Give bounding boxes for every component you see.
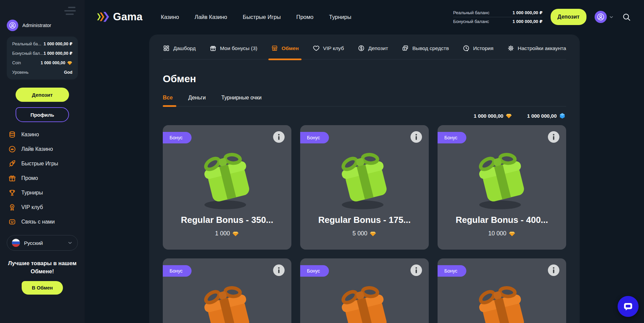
blue-points-balance: 1 000 000,00 [527,113,565,119]
sidebar-item-contact-us[interactable]: Связь с нами [7,216,78,228]
bonus-card[interactable]: Бонус [300,258,429,323]
tab-withdraw[interactable]: $ Вывод средств [402,45,449,52]
bonus-balance-value: 1 000 000,00 ₽ [44,51,72,56]
sidebar-deposit-button[interactable]: Депозит [16,88,69,102]
tab-deposit[interactable]: Депозит [358,45,388,52]
search-icon [622,13,631,22]
search-button[interactable] [622,13,631,22]
nav-live-casino[interactable]: Лайв Казино [195,14,227,20]
tab-label: Вывод средств [412,45,449,51]
sidebar-item-tournaments[interactable]: Турниры [7,187,78,199]
chevron-down-icon [609,15,614,20]
language-selector[interactable]: Русский [7,235,78,251]
tab-label: Мои бонусы (3) [220,45,257,51]
user-name: Administrator [22,23,51,28]
nav-fast-games[interactable]: Быстрые Игры [243,14,281,20]
bonus-card[interactable]: Бонус [163,258,291,323]
tab-vip-club[interactable]: VIP клуб [313,45,344,52]
bonus-card[interactable]: Бонус [300,125,429,250]
sidebar-profile-button[interactable]: Профиль [16,107,69,122]
bonus-cards-row-1: Бонус [163,125,566,250]
nav-tournaments[interactable]: Турниры [329,14,351,20]
to-exchange-button[interactable]: В Обмен [22,281,63,295]
level-label: Уровень [12,70,28,75]
heart-icon [313,45,320,52]
dashboard-grid-icon [163,45,170,52]
info-icon [410,131,422,143]
bonus-card-price: 5 000 [353,230,377,237]
tab-exchange[interactable]: Обмен [271,45,299,52]
exchange-filters: Все Деньги Турнирные очки [163,95,566,107]
filter-all[interactable]: Все [163,95,173,106]
tab-history[interactable]: История [463,45,493,52]
green-gift-image [193,143,262,213]
sidebar-collapse-button[interactable] [64,5,76,17]
user-profile-row[interactable]: Administrator [7,20,78,31]
filter-money[interactable]: Деньги [188,95,206,106]
sidebar-item-label: Промо [21,175,38,181]
real-balance-label: Реальный баланс [453,10,489,15]
banknotes-icon: $ [402,45,409,52]
real-balance-label: Реальный ба... [12,42,41,46]
sidebar: Administrator Реальный ба... 1 000 000,0… [0,0,85,323]
bonus-card[interactable]: Бонус [438,258,566,323]
tab-label: Обмен [282,45,299,51]
gift-icon [209,45,217,52]
balance-summary-card: Реальный ба... 1 000 000,00 ₽ Бонусный б… [7,37,78,79]
topbar-deposit-button[interactable]: Депозит [551,9,586,25]
gift-icon [8,174,16,182]
info-button[interactable] [548,131,559,143]
award-icon [8,203,16,211]
language-label: Русский [24,240,43,246]
sidebar-item-vip-club[interactable]: VIP клуб [7,202,78,213]
sidebar-item-casino[interactable]: Казино [7,129,78,140]
sidebar-item-fast-games[interactable]: Быстрые Игры [7,158,78,169]
sidebar-item-live-casino[interactable]: Лайв Казино [7,143,78,155]
info-button[interactable] [273,264,285,276]
real-balance-value: 1 000 000,00 ₽ [512,10,542,15]
topbar: Gama Казино Лайв Казино Быстрые Игры Про… [85,0,644,34]
sidebar-item-label: Связь с нами [21,219,55,225]
gama-logo[interactable]: Gama [96,11,142,23]
svg-text:$: $ [404,48,405,50]
account-tabs: Дашборд Мои бонусы (3) [163,45,566,60]
sidebar-item-label: Казино [21,132,39,138]
blue-gem-icon [559,113,565,119]
orange-gift-image [467,277,537,323]
account-menu-button[interactable] [595,11,614,23]
level-row: Уровень God [12,70,72,75]
bonus-card[interactable]: Бонус [438,125,566,250]
real-balance-row: Реальный ба... 1 000 000,00 ₽ [12,41,72,46]
topbar-bonus-balance: Бонусный баланс 1 000 000,00 ₽ [453,17,542,26]
points-balances: 1 000 000,00 1 000 000,00 [163,113,565,119]
nav-casino[interactable]: Казино [161,14,179,20]
top-navigation: Казино Лайв Казино Быстрые Игры Промо Ту… [161,14,351,20]
bonus-badge: Бонус [438,132,466,143]
info-icon [548,264,559,276]
level-value: God [64,70,72,75]
orange-points-balance: 1 000 000,00 [474,113,512,119]
green-gift-image [330,143,399,213]
storefront-icon [271,45,278,52]
sidebar-menu: Казино Лайв Казино Быстрые Игры [7,129,78,228]
sidebar-item-promo[interactable]: Промо [7,172,78,184]
tab-account-settings[interactable]: Настройки аккаунта [507,45,566,52]
info-button[interactable] [273,131,285,143]
bonus-card[interactable]: Бонус [163,125,291,250]
tab-dashboard[interactable]: Дашборд [163,45,196,52]
filter-tournament-points[interactable]: Турнирные очки [221,95,262,106]
live-chat-button[interactable] [618,296,639,317]
tab-label: VIP клуб [323,45,344,51]
bonus-card-price: 1 000 [215,230,239,237]
nav-promo[interactable]: Промо [296,14,314,20]
info-button[interactable] [548,264,559,276]
tab-my-bonuses[interactable]: Мои бонусы (3) [209,45,257,52]
chat-face-icon [8,218,16,226]
chevron-down-icon [67,240,73,246]
info-button[interactable] [410,131,422,143]
orange-gift-image [193,277,262,323]
topbar-right: Реальный баланс 1 000 000,00 ₽ Бонусный … [453,8,631,26]
topbar-balances: Реальный баланс 1 000 000,00 ₽ Бонусный … [453,8,542,26]
info-button[interactable] [410,264,422,276]
dollar-coin-icon [358,45,365,52]
